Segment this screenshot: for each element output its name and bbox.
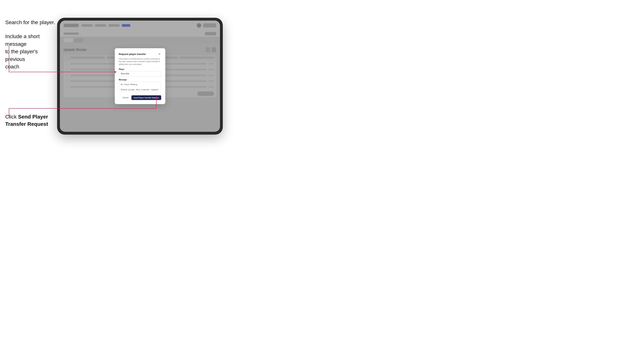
annotation-search: Search for the player.	[5, 19, 55, 26]
modal-title: Request player transfer	[119, 53, 146, 55]
tablet-device: Update Roster	[57, 18, 223, 135]
player-label: Player	[119, 68, 161, 70]
message-label: Message	[119, 79, 161, 81]
cancel-button[interactable]: Cancel	[121, 96, 130, 100]
modal-dialog: Request player transfer ✕ If the player …	[115, 48, 165, 104]
annotation-click: Click Send PlayerTransfer Request	[5, 113, 48, 128]
modal-overlay: Request player transfer ✕ If the player …	[60, 20, 220, 132]
modal-description: If the player is transferring from anoth…	[119, 58, 161, 66]
player-input[interactable]	[119, 71, 161, 76]
annotation-message: Include a short messageto the player's p…	[5, 33, 56, 71]
modal-close-button[interactable]: ✕	[158, 52, 161, 56]
send-transfer-request-button[interactable]: Send Player Transfer Request	[132, 95, 161, 100]
modal-header: Request player transfer ✕	[119, 52, 161, 56]
modal-footer: Cancel Send Player Transfer Request	[119, 95, 161, 100]
message-textarea[interactable]: Hi Coach McHarg, Please accept this tran…	[119, 82, 161, 92]
